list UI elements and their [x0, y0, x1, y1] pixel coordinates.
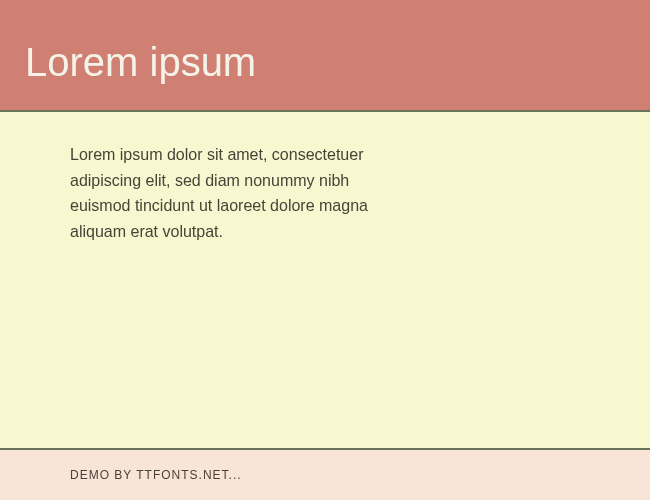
- footer-text: DEMO BY TTFONTS.NET...: [70, 468, 580, 482]
- header: Lorem ipsum: [0, 0, 650, 112]
- footer: DEMO BY TTFONTS.NET...: [0, 450, 650, 500]
- body-text: Lorem ipsum dolor sit amet, consectetuer…: [70, 142, 400, 244]
- page-title: Lorem ipsum: [25, 40, 625, 85]
- content-area: Lorem ipsum dolor sit amet, consectetuer…: [0, 112, 650, 450]
